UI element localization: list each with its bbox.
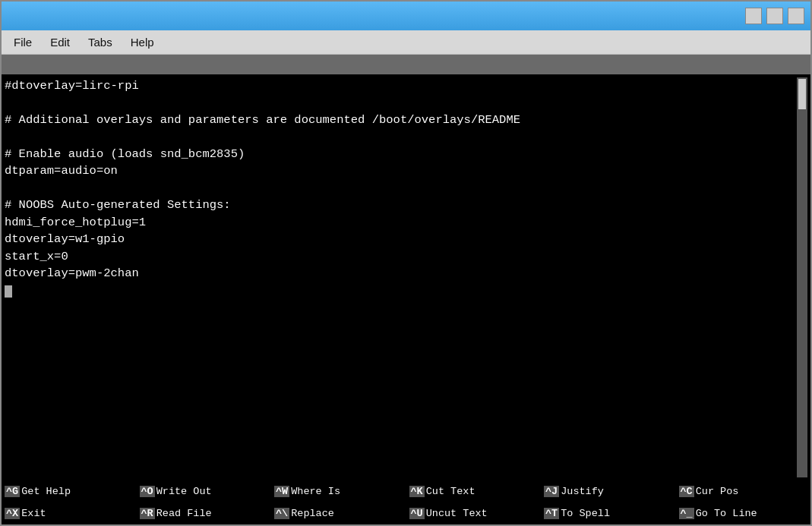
shortcut-key-2-0: ^W xyxy=(274,486,289,497)
shortcut-label-0-0: Get Help xyxy=(21,486,71,497)
text-cursor xyxy=(5,285,12,298)
shortcut-label-0-1: Exit xyxy=(21,508,46,519)
shortcuts-row-1: ^G Get Help^O Write Out^W Where Is^K Cut… xyxy=(2,480,810,502)
shortcut-ctrl-K: ^K Cut Text xyxy=(406,486,542,497)
menu-file[interactable]: File xyxy=(5,33,41,52)
shortcut-key-0-0: ^G xyxy=(5,486,20,497)
shortcut-ctrl-T: ^T To Spell xyxy=(541,508,676,519)
window-controls xyxy=(745,8,804,24)
shortcut-label-1-1: Read File xyxy=(156,508,212,519)
scrollbar-thumb[interactable] xyxy=(798,79,806,109)
terminal-window: File Edit Tabs Help #dtoverlay=lirc-rpi … xyxy=(0,0,812,526)
shortcut-ctrl-R: ^R Read File xyxy=(137,508,272,519)
shortcut-key-0-1: ^X xyxy=(5,508,20,519)
shortcut-key-2-1: ^\ xyxy=(274,508,289,519)
nano-header xyxy=(2,55,810,74)
shortcut-key-5-0: ^C xyxy=(679,486,694,497)
menu-tabs[interactable]: Tabs xyxy=(79,33,122,52)
shortcut-ctrl-U: ^U Uncut Text xyxy=(406,508,542,519)
shortcut-label-4-1: To Spell xyxy=(561,508,610,519)
menu-edit[interactable]: Edit xyxy=(41,33,79,52)
shortcut-ctrl-W: ^W Where Is xyxy=(271,486,406,497)
shortcut-key-5-1: ^_ xyxy=(679,508,694,519)
shortcut-ctrl-J: ^J Justify xyxy=(541,486,676,497)
menu-bar: File Edit Tabs Help xyxy=(2,30,810,55)
shortcut-label-2-1: Replace xyxy=(291,508,334,519)
shortcut-ctrl-G: ^G Get Help xyxy=(2,486,137,497)
shortcut-label-3-0: Cut Text xyxy=(426,486,476,497)
shortcut-ctrl-_: ^_ Go To Line xyxy=(676,508,811,519)
shortcut-label-5-1: Go To Line xyxy=(696,508,757,519)
shortcut-key-4-1: ^T xyxy=(544,508,559,519)
shortcut-ctrl-O: ^O Write Out xyxy=(137,486,272,497)
scrollbar[interactable] xyxy=(797,77,807,477)
close-button[interactable] xyxy=(788,8,804,24)
shortcut-label-2-0: Where Is xyxy=(291,486,340,497)
shortcuts-bar: ^G Get Help^O Write Out^W Where Is^K Cut… xyxy=(2,480,810,524)
shortcut-label-4-0: Justify xyxy=(561,486,604,497)
shortcuts-row-2: ^X Exit^R Read File^\ Replace^U Uncut Te… xyxy=(2,502,810,524)
shortcut-ctrl-C: ^C Cur Pos xyxy=(676,486,811,497)
shortcut-ctrl-backslash: ^\ Replace xyxy=(271,508,406,519)
shortcut-label-1-0: Write Out xyxy=(156,486,212,497)
title-bar xyxy=(2,2,810,30)
editor-content[interactable]: #dtoverlay=lirc-rpi # Additional overlay… xyxy=(5,77,797,477)
maximize-button[interactable] xyxy=(766,8,783,24)
shortcut-ctrl-X: ^X Exit xyxy=(2,508,137,519)
shortcut-key-3-1: ^U xyxy=(409,508,425,519)
shortcut-label-3-1: Uncut Text xyxy=(426,508,488,519)
menu-help[interactable]: Help xyxy=(122,33,163,52)
shortcut-label-5-0: Cur Pos xyxy=(696,486,739,497)
minimize-button[interactable] xyxy=(745,8,762,24)
shortcut-key-3-0: ^K xyxy=(409,486,425,497)
shortcut-key-4-0: ^J xyxy=(544,486,559,497)
shortcut-key-1-1: ^R xyxy=(140,508,155,519)
editor-area[interactable]: #dtoverlay=lirc-rpi # Additional overlay… xyxy=(2,74,810,480)
shortcut-key-1-0: ^O xyxy=(140,486,155,497)
